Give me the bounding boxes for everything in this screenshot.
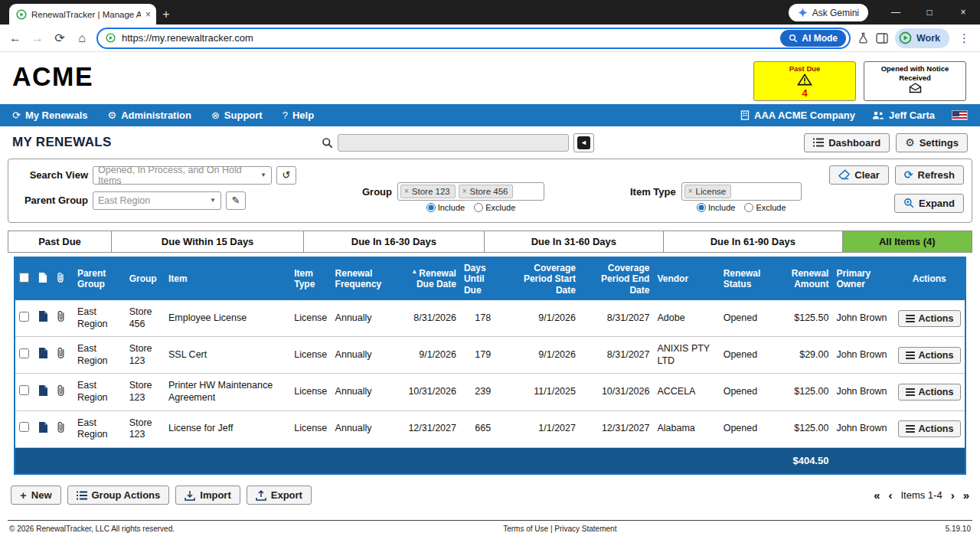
- col-group[interactable]: Group: [126, 258, 165, 300]
- browser-menu-icon[interactable]: ⋮: [956, 31, 972, 45]
- search-go-button[interactable]: ◄: [573, 133, 594, 152]
- minimize-button[interactable]: —: [879, 0, 913, 25]
- search-view-select[interactable]: Opened, In Process, and On Hold Items ▼: [93, 166, 272, 185]
- nav-support[interactable]: ⊗ Support: [211, 110, 263, 121]
- tab-due-15[interactable]: Due Within 15 Days: [112, 231, 304, 252]
- col-status[interactable]: Renewal Status: [720, 258, 775, 300]
- group-include-input[interactable]: [426, 203, 436, 212]
- tab-all-items[interactable]: All Items (4): [843, 231, 972, 252]
- settings-button[interactable]: ⚙ Settings: [896, 133, 968, 152]
- sort-asc-icon[interactable]: ▲: [411, 268, 417, 275]
- col-item-type[interactable]: Item Type: [290, 258, 331, 300]
- close-button[interactable]: ×: [946, 0, 980, 25]
- user-menu[interactable]: Jeff Carta: [872, 110, 935, 121]
- parent-group-select[interactable]: East Region ▼: [93, 191, 221, 210]
- col-owner[interactable]: Primary Owner: [832, 258, 893, 300]
- maximize-button[interactable]: □: [913, 0, 946, 25]
- attachments-icon[interactable]: [57, 421, 65, 433]
- col-item[interactable]: Item: [165, 258, 290, 300]
- company-selector[interactable]: AAA ACME Company: [740, 110, 855, 121]
- item-type-include-radio[interactable]: Include: [697, 203, 735, 212]
- row-actions-button[interactable]: Actions: [898, 420, 962, 437]
- group-tag[interactable]: ×Store 456: [459, 185, 514, 198]
- dashboard-button[interactable]: Dashboard: [804, 133, 890, 152]
- item-type-include-input[interactable]: [697, 203, 706, 212]
- address-bar[interactable]: https://my.renewaltracker.com AI Mode: [96, 28, 851, 49]
- row-actions-button[interactable]: Actions: [898, 310, 962, 327]
- terms-link[interactable]: Terms of Use: [503, 525, 548, 533]
- expand-button[interactable]: Expand: [894, 194, 964, 213]
- col-end-date[interactable]: Coverage Period End Date: [580, 258, 653, 300]
- tab-due-61-90[interactable]: Due In 61-90 Days: [664, 231, 842, 252]
- first-page-icon[interactable]: «: [874, 489, 880, 502]
- row-checkbox[interactable]: [19, 422, 29, 432]
- profile-button[interactable]: Work: [895, 28, 949, 48]
- nav-help[interactable]: ? Help: [283, 110, 314, 121]
- export-button[interactable]: Export: [247, 486, 312, 505]
- group-exclude-input[interactable]: [474, 203, 483, 212]
- group-tag-input[interactable]: ×Store 123 ×Store 456: [397, 182, 544, 201]
- tab-close-icon[interactable]: ×: [145, 9, 151, 20]
- col-frequency[interactable]: Renewal Frequency: [332, 258, 396, 300]
- item-details-icon[interactable]: [38, 384, 48, 397]
- row-checkbox[interactable]: [19, 385, 29, 395]
- remove-tag-icon[interactable]: ×: [688, 187, 693, 195]
- reload-icon[interactable]: ⟳: [52, 31, 67, 45]
- attachments-icon[interactable]: [57, 310, 65, 322]
- ai-mode-button[interactable]: AI Mode: [780, 30, 846, 47]
- item-details-icon[interactable]: [38, 421, 48, 433]
- col-start-date[interactable]: Coverage Period Start Date: [505, 258, 579, 300]
- reset-view-button[interactable]: ↺: [276, 166, 296, 185]
- tab-due-16-30[interactable]: Due In 16-30 Days: [304, 231, 484, 252]
- item-type-exclude-radio[interactable]: Exclude: [744, 203, 786, 212]
- browser-tab[interactable]: RenewalTracker | Manage Any R ×: [9, 4, 156, 25]
- back-icon[interactable]: ←: [8, 31, 23, 45]
- col-vendor[interactable]: Vendor: [653, 258, 719, 300]
- home-icon[interactable]: ⌂: [74, 31, 90, 45]
- new-button[interactable]: + New: [11, 486, 61, 505]
- remove-tag-icon[interactable]: ×: [462, 187, 467, 195]
- privacy-link[interactable]: Privacy Statement: [554, 525, 616, 533]
- tab-due-31-60[interactable]: Due In 31-60 Days: [485, 231, 664, 252]
- clear-button[interactable]: Clear: [829, 165, 889, 185]
- nav-my-renewals[interactable]: ⟳ My Renewals: [12, 110, 88, 121]
- ask-gemini-button[interactable]: Ask Gemini: [789, 4, 868, 21]
- labs-icon[interactable]: [858, 32, 869, 44]
- row-checkbox[interactable]: [19, 348, 29, 358]
- col-due-date[interactable]: ▲Renewal Due Date: [396, 258, 460, 300]
- item-details-icon[interactable]: [38, 310, 48, 322]
- refresh-button[interactable]: ⟳ Refresh: [895, 165, 964, 185]
- item-type-tag-input[interactable]: ×License: [681, 182, 802, 201]
- nav-administration[interactable]: ⚙ Administration: [108, 110, 191, 121]
- col-amount[interactable]: Renewal Amount: [775, 258, 833, 300]
- next-page-icon[interactable]: ›: [951, 489, 955, 502]
- notice-alert[interactable]: Opened with Notice Received: [864, 61, 966, 101]
- attachments-icon[interactable]: [57, 347, 65, 359]
- row-checkbox[interactable]: [19, 312, 29, 322]
- edit-parent-group-button[interactable]: ✎: [226, 191, 246, 210]
- us-flag-icon[interactable]: [952, 110, 968, 120]
- remove-tag-icon[interactable]: ×: [404, 187, 409, 195]
- side-panel-icon[interactable]: [876, 33, 888, 44]
- prev-page-icon[interactable]: ‹: [888, 489, 892, 502]
- forward-icon[interactable]: →: [30, 31, 45, 45]
- row-actions-button[interactable]: Actions: [898, 384, 962, 401]
- url-text[interactable]: https://my.renewaltracker.com: [122, 32, 774, 44]
- group-exclude-radio[interactable]: Exclude: [474, 203, 515, 212]
- import-button[interactable]: Import: [175, 486, 240, 505]
- group-include-radio[interactable]: Include: [426, 203, 465, 212]
- tab-past-due[interactable]: Past Due: [8, 231, 112, 252]
- col-parent-group[interactable]: Parent Group: [74, 258, 126, 300]
- attachments-icon[interactable]: [57, 384, 65, 397]
- past-due-alert[interactable]: Past Due 4: [753, 61, 856, 101]
- last-page-icon[interactable]: »: [963, 489, 969, 502]
- col-days-until[interactable]: Days Until Due: [460, 258, 506, 300]
- item-type-tag[interactable]: ×License: [684, 185, 731, 198]
- row-actions-button[interactable]: Actions: [898, 347, 962, 364]
- group-tag[interactable]: ×Store 123: [400, 185, 456, 198]
- search-input[interactable]: [338, 134, 569, 152]
- item-details-icon[interactable]: [38, 347, 48, 359]
- select-all-checkbox[interactable]: [19, 273, 29, 283]
- new-tab-button[interactable]: +: [156, 8, 176, 21]
- group-actions-button[interactable]: Group Actions: [67, 486, 170, 505]
